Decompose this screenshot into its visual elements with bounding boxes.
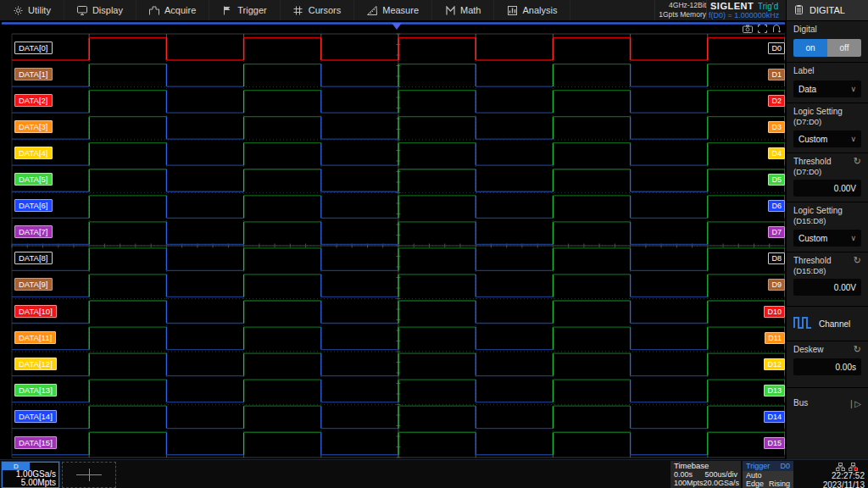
channel-badge[interactable]: D1 (768, 69, 785, 80)
lan-icon[interactable] (836, 463, 845, 473)
label-dropdown[interactable]: Data ∨ (793, 80, 861, 97)
menu-item-label: Measure (382, 5, 419, 15)
grid-toolbar (743, 25, 782, 33)
channel-label[interactable]: DATA[4] (14, 147, 53, 159)
refresh-icon[interactable]: ↻ (854, 157, 861, 166)
history-icon[interactable] (772, 25, 782, 33)
bus-expand-icon: ❘▷ (848, 399, 861, 408)
menu-item-label: Acquire (164, 5, 196, 15)
trigger-descriptor[interactable]: Trigger D0 Auto Edge Rising (743, 461, 793, 488)
trigger-position-icon[interactable] (392, 23, 402, 30)
channel-label[interactable]: DATA[10] (14, 305, 57, 318)
channel-badge[interactable]: D9 (768, 279, 785, 291)
menu-item-math[interactable]: Math (432, 0, 494, 20)
trigger-source: D0 (780, 462, 790, 470)
scope-spec: 4GHz-12Bit 1Gpts Memory (654, 0, 707, 21)
menu-item-utility[interactable]: Utility (0, 0, 64, 20)
channel-badge[interactable]: D4 (768, 147, 785, 159)
channel-menu-button[interactable]: Channel (787, 306, 868, 341)
digital-label: Digital (793, 25, 861, 35)
channel-badge[interactable]: D5 (768, 174, 785, 186)
timebase-delay: 0.00s (674, 470, 693, 479)
channel-badge[interactable]: D7 (768, 226, 785, 238)
threshold-low-input[interactable]: 0.00V (793, 180, 861, 197)
deskew-input[interactable]: 0.00s (793, 358, 861, 375)
channel-label[interactable]: DATA[8] (14, 252, 53, 264)
network-status (836, 463, 858, 473)
logic-low-title: Logic Setting (793, 107, 861, 117)
threshold-high-title: Threshold (793, 256, 831, 266)
lan-error-icon[interactable] (849, 463, 858, 473)
menu-item-label: Utility (28, 5, 51, 15)
digital-panel-header[interactable]: DIGITAL (787, 0, 868, 20)
digital-off-button[interactable]: off (827, 39, 861, 57)
math-icon (445, 5, 455, 15)
channel-label[interactable]: DATA[14] (14, 410, 57, 423)
label-section-title: Label (793, 66, 861, 76)
channel-label[interactable]: DATA[1] (14, 68, 53, 80)
clock: 22:27:52 2023/11/13 (823, 461, 865, 488)
waveform-display[interactable]: DATA[0]D0DATA[1]D1DATA[2]D2DATA[3]D3DATA… (0, 20, 787, 459)
channel-label[interactable]: DATA[12] (14, 358, 57, 370)
panel-title: DIGITAL (810, 5, 845, 15)
refresh-icon[interactable]: ↻ (854, 256, 861, 265)
channel-label[interactable]: DATA[9] (14, 278, 53, 291)
channel-badge[interactable]: D11 (765, 332, 785, 344)
channel-badge[interactable]: D14 (764, 411, 785, 423)
logic-low-dropdown[interactable]: Custom ∨ (793, 130, 861, 147)
timebase-descriptor[interactable]: Timebase 0.00s 500us/div 100Mpts 20.0GSa… (670, 461, 741, 488)
channel-badge[interactable]: D10 (764, 306, 785, 318)
channel-label[interactable]: DATA[2] (14, 94, 53, 107)
menu-item-measure[interactable]: Measure (354, 0, 432, 20)
logic-setting-high-section: Logic Setting (D15:D8) Custom ∨ (787, 202, 868, 252)
channel-badge[interactable]: D0 (768, 42, 785, 54)
channel-badge[interactable]: D12 (764, 358, 785, 370)
menu-item-acquire[interactable]: Acquire (136, 0, 209, 20)
timebase-title: Timebase (674, 462, 709, 470)
chevron-down-icon: ∨ (850, 85, 856, 93)
bus-title: Bus (793, 398, 808, 408)
refresh-icon[interactable]: ↻ (854, 345, 861, 354)
menu-item-label: Trigger (237, 5, 266, 15)
channel-label[interactable]: DATA[7] (14, 225, 53, 238)
menu-item-display[interactable]: Display (64, 0, 136, 20)
channel-label[interactable]: DATA[15] (14, 436, 57, 449)
menu-item-cursors[interactable]: Cursors (281, 0, 355, 20)
channel-badge[interactable]: D13 (764, 385, 785, 396)
threshold-low-range: (D7:D0) (793, 167, 831, 176)
channel-label[interactable]: DATA[13] (14, 384, 57, 396)
threshold-low-section: Threshold (D7:D0) ↻ 0.00V (787, 152, 868, 202)
threshold-high-input[interactable]: 0.00V (793, 279, 861, 296)
channel-badge[interactable]: D8 (768, 252, 785, 264)
channel-badge[interactable]: D6 (768, 200, 785, 212)
digital-onoff-section: Digital on off (787, 20, 868, 62)
menu-item-trigger[interactable]: Trigger (209, 0, 280, 20)
spec-bandwidth: 4GHz-12Bit (655, 1, 706, 10)
bus-menu-button[interactable]: Bus ❘▷ (787, 387, 868, 419)
trigger-type: Edge (746, 480, 764, 488)
deskew-title: Deskew (793, 345, 824, 355)
chevron-down-icon: ∨ (850, 135, 856, 143)
status-bar: D 1.00GSa/s 5.00Mpts Timebase 0.00s 500u… (0, 459, 868, 488)
logic-setting-low-section: Logic Setting (D7:D0) Custom ∨ (787, 103, 868, 152)
channel-badge[interactable]: D15 (764, 437, 785, 449)
add-channel-button[interactable] (62, 462, 116, 488)
clock-date: 2023/11/13 (823, 480, 865, 488)
channel-label[interactable]: DATA[0] (14, 42, 53, 54)
timebase-srate: 20.0GSa/s (704, 479, 740, 487)
channel-badge[interactable]: D3 (768, 121, 785, 133)
channel-label[interactable]: DATA[6] (14, 199, 53, 212)
fullscreen-icon[interactable] (758, 25, 767, 33)
digital-group-descriptor[interactable]: D 1.00GSa/s 5.00Mpts (2, 462, 59, 488)
channel-label[interactable]: DATA[5] (14, 173, 53, 186)
channel-label[interactable]: DATA[3] (14, 120, 53, 133)
threshold-high-range: (D15:D8) (793, 266, 831, 275)
analysis-icon (507, 5, 517, 15)
oscilloscope-screen: UtilityDisplayAcquireTriggerCursorsMeasu… (0, 0, 868, 488)
logic-high-dropdown[interactable]: Custom ∨ (793, 230, 861, 247)
channel-badge[interactable]: D2 (768, 95, 785, 107)
digital-on-button[interactable]: on (793, 39, 827, 57)
camera-icon[interactable] (743, 25, 753, 33)
channel-label[interactable]: DATA[11] (14, 331, 56, 344)
menu-item-analysis[interactable]: Analysis (494, 0, 570, 20)
